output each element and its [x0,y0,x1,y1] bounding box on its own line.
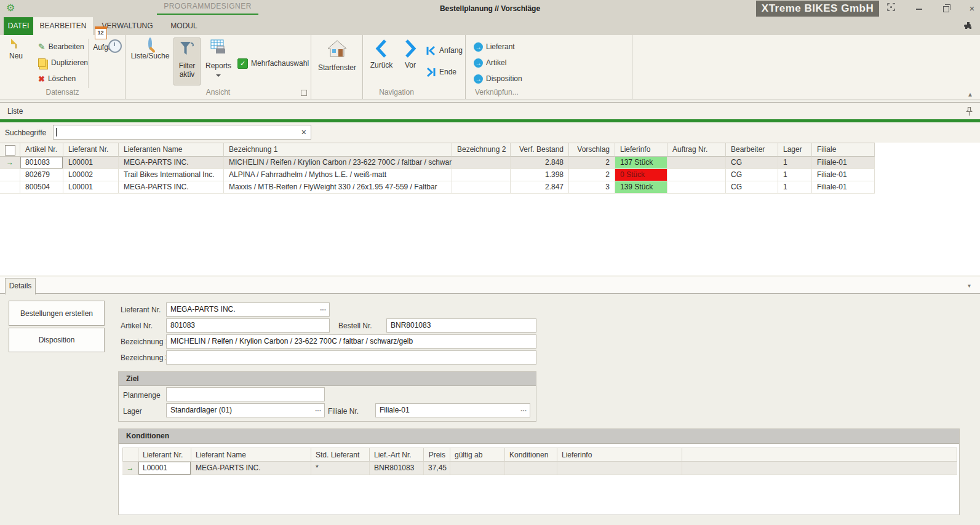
column-header[interactable]: Artikel Nr. [20,143,63,157]
cell-verf-bestand[interactable]: 2.848 [511,157,569,168]
collapse-ribbon-icon[interactable]: ▲ [967,91,973,98]
table-row[interactable]: 802679 L00002 Trail Bikes International … [0,169,875,181]
cell-bezeichnung2[interactable] [452,169,511,181]
cell-bearbeiter[interactable]: CG [726,181,778,193]
link-lieferant-button[interactable]: → Lieferant [474,40,515,53]
cell-vorschlag[interactable]: 2 [569,157,615,168]
cell-lief-art-nr[interactable]: BNR801083 [370,462,424,475]
bezeichnung1-field[interactable]: MICHELIN / Reifen / Krylion Carbon / 23-… [166,334,536,349]
bestellungen-erstellen-button[interactable]: Bestellungen erstellen [9,301,105,326]
column-header[interactable]: Lieferant Nr. [63,143,119,157]
artikel-nr-field[interactable]: 801083 [166,318,330,333]
cell-lieferinfo[interactable]: 0 Stück [615,169,667,181]
cell-filiale[interactable]: Filiale-01 [812,169,875,181]
cell-lieferant-nr[interactable]: L00001 [63,181,119,193]
mehrfachauswahl-checkbox[interactable]: ✓ Mehrfachauswahl [237,57,309,70]
column-header[interactable]: Bearbeiter [726,143,778,157]
tab-modul[interactable]: MODUL [162,17,206,35]
plugin-puzzle-icon[interactable] [963,22,973,33]
column-header[interactable]: Lief.-Art Nr. [370,448,424,462]
bestell-nr-field[interactable]: BNR801083 [386,318,536,333]
cell-artikel-nr[interactable]: 802679 [20,169,63,181]
cell-lieferant-name[interactable]: MEGA-PARTS INC. [191,462,311,475]
lookup-ellipsis-icon[interactable]: ... [320,304,326,312]
cell-lieferinfo[interactable]: 137 Stück [615,157,667,168]
anfang-button[interactable]: Anfang [426,44,463,57]
strip-dropdown-icon[interactable]: ▾ [968,282,971,289]
column-header[interactable]: Bezeichnung 2 [452,143,511,157]
cell-bearbeiter[interactable]: CG [726,157,778,168]
cell-gueltig-ab[interactable] [450,462,505,475]
column-header[interactable]: Konditionen [505,448,557,462]
aufgabe-button[interactable]: 12 Aufgabe [90,39,124,52]
zurueck-button[interactable]: Zurück [367,38,396,69]
disposition-button[interactable]: Disposition [9,328,105,352]
cell-artikel-nr[interactable]: 800504 [20,181,63,193]
table-row[interactable]: → 801083 L00001 MEGA-PARTS INC. MICHELIN… [0,157,875,169]
cell-bezeichnung1[interactable]: Maxxis / MTB-Reifen / FlyWeight 330 / 26… [224,181,452,193]
cell-preis[interactable]: 37,45 [424,462,450,475]
pin-icon[interactable] [966,106,973,118]
cell-bezeichnung2[interactable] [452,157,511,168]
cell-lieferinfo[interactable]: 139 Stück [615,181,667,193]
column-header[interactable]: gültig ab [450,448,505,462]
column-header[interactable]: Lieferant Nr. [138,448,191,462]
lookup-ellipsis-icon[interactable]: ... [315,405,321,413]
cell-verf-bestand[interactable]: 1.398 [511,169,569,181]
programmdesigner-tab[interactable]: PROGRAMMDESIGNER [157,2,258,15]
minimize-button[interactable] [913,3,925,14]
cell-lieferanten-name[interactable]: MEGA-PARTS INC. [119,181,224,193]
cell-artikel-nr[interactable]: 801083 [20,157,63,168]
lieferant-nr-field[interactable]: MEGA-PARTS INC. ... [166,302,330,317]
column-header[interactable]: Lieferanten Name [119,143,224,157]
column-header[interactable]: Std. Lieferant [311,448,370,462]
cell-filiale[interactable]: Filiale-01 [812,157,875,168]
tab-datei[interactable]: DATEI [4,17,33,35]
cell-auftrag-nr[interactable] [667,181,726,193]
reports-dropdown-button[interactable]: Reports [203,39,234,79]
column-header[interactable]: Bezeichnung 1 [224,143,452,157]
bearbeiten-button[interactable]: ✎ Bearbeiten [38,40,84,53]
column-header[interactable]: Lieferinfo [615,143,667,157]
lager-field[interactable]: Standardlager (01) ... [166,403,325,417]
cell-vorschlag[interactable]: 3 [569,181,615,193]
cell-auftrag-nr[interactable] [667,157,726,168]
cell-lieferanten-name[interactable]: Trail Bikes International Inc. [119,169,224,181]
column-header[interactable]: Preis [424,448,450,462]
cell-lieferinfo[interactable] [557,462,682,475]
planmenge-field[interactable] [166,387,325,401]
column-header[interactable]: Lieferant Name [191,448,311,462]
loeschen-button[interactable]: ✖ Löschen [38,72,76,85]
cell-vorschlag[interactable]: 2 [569,169,615,181]
fullscreen-button[interactable] [885,3,897,14]
settings-gear-icon[interactable]: ⚙ [6,2,15,14]
cell-verf-bestand[interactable]: 2.847 [511,181,569,193]
cell-auftrag-nr[interactable] [667,169,726,181]
dialog-launcher-icon[interactable] [301,90,307,96]
cell-lieferant-nr[interactable]: L00001 [63,157,119,168]
link-disposition-button[interactable]: → Disposition [474,72,522,85]
ende-button[interactable]: Ende [426,65,456,79]
cell-konditionen[interactable] [505,462,557,475]
filiale-nr-field[interactable]: Filiale-01 ... [375,403,530,417]
tab-details[interactable]: Details [5,278,36,294]
cell-bezeichnung2[interactable] [452,181,511,193]
cell-bezeichnung1[interactable]: ALPINA / Fahrradhelm / Mythos L.E. / wei… [224,169,452,181]
restore-button[interactable] [940,3,952,14]
neu-button[interactable]: Neu [4,39,28,60]
konditionen-row[interactable]: → L00001 MEGA-PARTS INC. * BNR801083 37,… [122,462,957,475]
select-all-checkbox[interactable] [5,145,15,156]
column-header[interactable]: Auftrag Nr. [667,143,726,157]
column-header[interactable]: Lager [778,143,812,157]
liste-suche-button[interactable]: Liste/Suche [130,39,170,60]
cell-lager[interactable]: 1 [778,169,812,181]
duplizieren-button[interactable]: Duplizieren [38,56,88,69]
bezeichnung2-field[interactable] [166,350,536,365]
lookup-ellipsis-icon[interactable]: ... [520,405,527,413]
column-header[interactable]: Verf. Bestand [511,143,569,157]
search-input[interactable]: × [53,125,311,140]
column-header[interactable]: Lieferinfo [557,448,682,462]
cell-bezeichnung1[interactable]: MICHELIN / Reifen / Krylion Carbon / 23-… [224,157,452,168]
cell-std-lieferant[interactable]: * [311,462,370,475]
startfenster-button[interactable]: Startfenster [316,39,359,72]
